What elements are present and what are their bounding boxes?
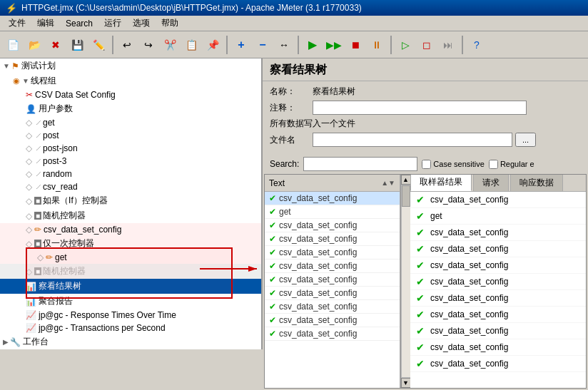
- case-sensitive-checkbox[interactable]: [422, 160, 431, 169]
- menu-file[interactable]: 文件: [3, 16, 31, 31]
- scroll-track-mid: [401, 185, 411, 378]
- text-col-item[interactable]: ✔csv_data_set_config: [265, 287, 400, 300]
- comment-input[interactable]: [313, 101, 527, 115]
- remote-stop-button[interactable]: ◻: [417, 35, 437, 55]
- text-col-item[interactable]: ✔csv_data_set_config: [265, 260, 400, 273]
- icon-thread-group: ◉: [13, 76, 20, 86]
- tree-item-aggregate[interactable]: 📊 聚合报告: [0, 294, 261, 309]
- regex-checkbox[interactable]: [489, 160, 498, 169]
- remote-exit-button[interactable]: ⏭: [438, 35, 458, 55]
- new-button[interactable]: 📄: [3, 35, 23, 55]
- browse-button[interactable]: ...: [515, 133, 536, 147]
- tree-item-random-ctrl2[interactable]: ◇ ■ 随机控制器: [0, 264, 261, 279]
- save-button[interactable]: 💾: [67, 35, 87, 55]
- case-sensitive-label[interactable]: Case sensitive: [422, 160, 485, 169]
- text-col-item[interactable]: ✔csv_data_set_config: [265, 232, 400, 246]
- tree-item-post-json[interactable]: ◇ ⟋ post-json: [0, 142, 261, 155]
- check-icon-right: ✔: [416, 292, 425, 304]
- filename-label: 文件名: [270, 134, 313, 146]
- tab-request[interactable]: 请求: [473, 174, 509, 191]
- search-input[interactable]: [303, 157, 417, 171]
- menu-edit[interactable]: 编辑: [31, 16, 60, 31]
- tree-item-once-ctrl[interactable]: ◇ ■ 仅一次控制器: [0, 236, 261, 251]
- close-button[interactable]: ✖: [46, 35, 66, 55]
- result-item[interactable]: ✔csv_data_set_config: [410, 274, 586, 290]
- remove-button[interactable]: −: [253, 35, 273, 55]
- result-item[interactable]: ✔csv_data_set_config: [410, 356, 586, 372]
- paste-button[interactable]: 📌: [203, 35, 223, 55]
- tree-item-get[interactable]: ◇ ⟋ get: [0, 116, 261, 129]
- toolbar-sep-2: [226, 36, 228, 54]
- stop-button[interactable]: ⏹: [345, 35, 365, 55]
- comment-row: 注释：: [270, 101, 581, 115]
- text-col-item[interactable]: ✔csv_data_set_config: [265, 314, 400, 327]
- sort-arrows-icon[interactable]: ▲▼: [381, 179, 395, 187]
- check-icon: ✔: [269, 234, 276, 244]
- text-col-item[interactable]: ✔csv_data_set_config: [265, 192, 400, 205]
- result-item[interactable]: ✔csv_data_set_config: [410, 339, 586, 356]
- label-random: random: [43, 169, 72, 179]
- tree-item-thread-group[interactable]: ◉ ▼ 线程组: [0, 73, 261, 88]
- tree-item-random-ctrl[interactable]: ◇ ■ 随机控制器: [0, 208, 261, 223]
- filename-input[interactable]: [313, 133, 512, 147]
- text-col-item[interactable]: ✔get: [265, 205, 400, 219]
- tree-item-user-params[interactable]: 👤 用户参数: [0, 101, 261, 116]
- tree-item-workbench[interactable]: ▶ 🔧 工作台: [0, 334, 261, 349]
- result-item[interactable]: ✔csv_data_set_config: [410, 241, 586, 257]
- shutdown-button[interactable]: ⏸: [367, 35, 387, 55]
- expand-button[interactable]: ↔: [274, 35, 294, 55]
- text-col-item[interactable]: ✔csv_data_set_config: [265, 300, 400, 314]
- text-col-item[interactable]: ✔csv_data_set_config: [265, 327, 400, 341]
- edit-button[interactable]: ✏️: [88, 35, 108, 55]
- text-col-item[interactable]: ✔csv_data_set_config: [265, 273, 400, 287]
- tree-item-random[interactable]: ◇ ⟋ random: [0, 168, 261, 180]
- cut-button[interactable]: ✂️: [160, 35, 180, 55]
- text-col-item[interactable]: ✔csv_data_set_config: [265, 246, 400, 260]
- name-label: 名称：: [270, 86, 313, 98]
- scroll-down-mid[interactable]: ▼: [401, 378, 411, 388]
- tree-item-get2[interactable]: ◇ ✏ get: [0, 251, 261, 264]
- tree-item-view-results[interactable]: 📊 察看结果树: [0, 279, 261, 294]
- menu-help[interactable]: 帮助: [156, 16, 184, 31]
- tree-item-csv-read[interactable]: ◇ ⟋ csv_read: [0, 180, 261, 193]
- result-item[interactable]: ✔csv_data_set_config: [410, 192, 586, 208]
- copy-button[interactable]: 📋: [181, 35, 201, 55]
- open-button[interactable]: 📂: [24, 35, 44, 55]
- add-button[interactable]: +: [231, 35, 251, 55]
- undo-button[interactable]: ↩: [117, 35, 137, 55]
- check-icon: ✔: [269, 247, 276, 257]
- start-button[interactable]: ▶: [303, 35, 323, 55]
- result-item[interactable]: ✔csv_data_set_config: [410, 257, 586, 274]
- redo-button[interactable]: ↪: [138, 35, 158, 55]
- regex-label[interactable]: Regular e: [489, 160, 534, 169]
- result-item[interactable]: ✔csv_data_set_config: [410, 323, 586, 339]
- tree-item-if-controller[interactable]: ◇ ■ 如果（If）控制器: [0, 193, 261, 208]
- menu-options[interactable]: 选项: [127, 16, 156, 31]
- tree-item-test-plan[interactable]: ▼ ⚑ 测试计划: [0, 58, 261, 73]
- menu-search[interactable]: Search: [60, 17, 98, 30]
- tree-item-post[interactable]: ◇ ⟋ post: [0, 129, 261, 142]
- scroll-thumb-mid[interactable]: [402, 185, 410, 207]
- check-icon: ✔: [269, 288, 276, 298]
- tree-item-gc-transactions[interactable]: 📈 jp@gc - Transactions per Second: [0, 322, 261, 334]
- label-post: post: [43, 130, 59, 140]
- result-item[interactable]: ✔csv_data_set_config: [410, 290, 586, 307]
- label-post-json: post-json: [43, 143, 78, 153]
- start-no-pause-button[interactable]: ▶▶: [324, 35, 344, 55]
- tree-item-csv-config[interactable]: ✂ CSV Data Set Config: [0, 88, 261, 101]
- result-item[interactable]: ✔csv_data_set_config: [410, 225, 586, 241]
- tab-response-data[interactable]: 响应数据: [510, 174, 563, 191]
- text-col-item[interactable]: ✔csv_data_set_config: [265, 219, 400, 232]
- result-item[interactable]: ✔csv_data_set_config: [410, 307, 586, 323]
- remote-start-button[interactable]: ▷: [395, 35, 415, 55]
- label-csv-ds-config: csv_data_set_config: [44, 225, 121, 235]
- scroll-up-mid[interactable]: ▲: [401, 175, 411, 185]
- tab-sampler-results[interactable]: 取样器结果: [410, 174, 472, 191]
- tree-item-csv-ds-config[interactable]: ◇ ✏ csv_data_set_config: [0, 223, 261, 236]
- icon-if-controller: ◇: [26, 196, 32, 206]
- tree-item-post-3[interactable]: ◇ ⟋ post-3: [0, 155, 261, 168]
- tree-item-gc-response[interactable]: 📈 jp@gc - Response Times Over Time: [0, 309, 261, 322]
- menu-run[interactable]: 运行: [98, 16, 127, 31]
- help-button[interactable]: ?: [467, 35, 487, 55]
- result-item[interactable]: ✔get: [410, 208, 586, 225]
